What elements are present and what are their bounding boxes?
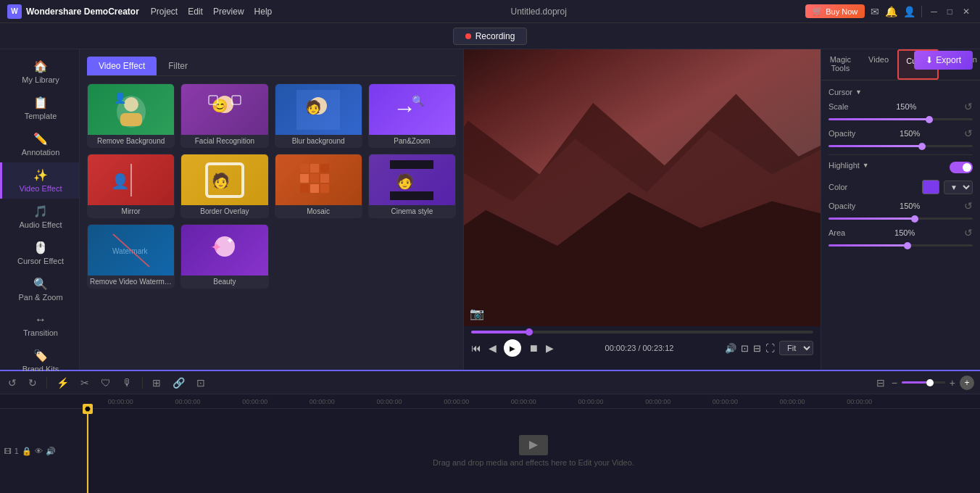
highlight-opacity-slider[interactable] (829, 218, 973, 220)
mail-icon[interactable]: ✉ (871, 6, 879, 17)
sidebar-item-transition[interactable]: ↔️ Transition (0, 307, 79, 343)
effect-beauty[interactable]: ✦✦ Beauty (180, 224, 268, 289)
svg-text:Watermark: Watermark (112, 247, 149, 255)
volume-icon[interactable]: 🔊 (725, 343, 736, 354)
close-button[interactable]: ✕ (960, 5, 973, 18)
svg-text:👤: 👤 (112, 173, 130, 190)
export-button[interactable]: ⬇ Export (914, 51, 973, 70)
redo-button[interactable]: ↻ (26, 375, 39, 391)
cursor-dropdown-arrow[interactable]: ▼ (855, 88, 862, 96)
menu-project[interactable]: Project (151, 7, 178, 17)
preview-area: 📷 ⏮ ◀ ▶ ⏹ ▶ 00:00:23 / 00:23:12 (464, 49, 821, 370)
subtitle-icon[interactable]: ⊡ (741, 343, 749, 354)
topbar-right: 🛒 Buy Now ✉ 🔔 👤 ─ □ ✕ (805, 4, 973, 18)
maximize-button[interactable]: □ (944, 5, 955, 18)
minimize-button[interactable]: ─ (928, 5, 940, 18)
track-area[interactable]: ⬣ Drag and drop media and effects here t… (87, 409, 980, 493)
play-button[interactable]: ▶ (504, 339, 521, 357)
highlight-section-label: Highlight ▼ (829, 161, 869, 170)
progress-bar[interactable] (471, 331, 813, 334)
effect-blur-bg[interactable]: 🧑 Blur background (275, 83, 362, 148)
zoom-thumb[interactable] (926, 379, 934, 386)
tab-video-effect[interactable]: Video Effect (87, 57, 157, 75)
tab-video[interactable]: Video (860, 49, 898, 80)
zoom-minus-button[interactable]: − (892, 377, 897, 389)
add-track-button[interactable]: + (960, 376, 974, 390)
playhead-handle[interactable]: ⬣ (83, 404, 93, 414)
opacity-reset-button[interactable]: ↺ (964, 128, 973, 139)
highlight-dropdown-arrow[interactable]: ▼ (863, 162, 869, 169)
fullscreen-icon[interactable]: ⛶ (765, 343, 775, 354)
area-slider-thumb[interactable] (904, 242, 911, 249)
effect-pan-zoom[interactable]: →🔍 Pan&Zoom (368, 83, 456, 148)
menu-edit[interactable]: Edit (188, 7, 203, 17)
highlight-opacity-reset[interactable]: ↺ (964, 200, 973, 212)
menu-help[interactable]: Help (254, 7, 273, 17)
effect-remove-watermark[interactable]: Watermark Remove Video Watermark (87, 224, 175, 289)
effect-facial-rec[interactable]: 😊 Facial Recognition (180, 83, 268, 148)
area-reset-button[interactable]: ↺ (964, 227, 973, 239)
audio-track-icon[interactable]: 🔊 (46, 447, 56, 456)
menu-preview[interactable]: Preview (213, 7, 244, 17)
timeline: ↺ ↻ ⚡ ✂ 🛡 🎙 ⊞ 🔗 ⊡ ⊟ − + + 00:00:00 00:00… (0, 370, 980, 493)
highlight-toggle[interactable] (950, 162, 973, 173)
highlight-opacity-fill (829, 218, 915, 220)
zoom-controls: ⊟ − + + (874, 375, 974, 391)
effect-mosaic[interactable]: Mosaic (275, 154, 362, 218)
sidebar-item-my-library[interactable]: 🏠 My Library (0, 54, 79, 90)
rewind-button[interactable]: ⏮ (471, 342, 481, 354)
zoom-plus-button[interactable]: + (950, 377, 955, 389)
sidebar-item-cursor-effect[interactable]: 🖱️ Cursor Effect (0, 235, 79, 271)
shield-button[interactable]: 🛡 (99, 375, 113, 391)
color-dropdown[interactable]: ▼ (944, 181, 973, 194)
effect-remove-bg[interactable]: 👤 Remove Background (87, 83, 175, 148)
sidebar-item-pan-zoom[interactable]: 🔍 Pan & Zoom (0, 271, 79, 307)
highlight-opacity-thumb[interactable] (911, 215, 918, 223)
progress-thumb[interactable] (526, 328, 533, 336)
link-button[interactable]: 🔗 (170, 375, 187, 391)
effect-thumb-remove-bg: 👤 (88, 84, 174, 135)
visibility-icon[interactable]: 👁 (35, 447, 43, 456)
recording-button[interactable]: Recording (453, 28, 528, 45)
step-back-button[interactable]: ◀ (489, 342, 497, 354)
playhead[interactable]: ⬣ (87, 409, 88, 493)
effect-label-mosaic: Mosaic (275, 205, 362, 218)
effect-label-border: Border Overlay (181, 205, 267, 218)
effect-mirror[interactable]: 👤👤 Mirror (87, 154, 175, 218)
layers-button[interactable]: ⊞ (150, 375, 163, 391)
scale-slider-track (829, 118, 973, 120)
group-button[interactable]: ⊡ (194, 375, 207, 391)
opacity-slider-fill (829, 145, 922, 147)
sidebar-item-annotation[interactable]: ✏️ Annotation (0, 126, 79, 162)
undo-button[interactable]: ↺ (6, 375, 19, 391)
scale-reset-button[interactable]: ↺ (964, 101, 973, 112)
sidebar-item-template[interactable]: 📋 Template (0, 90, 79, 126)
scale-slider-thumb[interactable] (926, 116, 933, 123)
bell-icon[interactable]: 🔔 (885, 6, 897, 17)
effect-border-overlay[interactable]: 🧑 Border Overlay (180, 154, 268, 218)
trim-button[interactable]: ✂ (78, 375, 91, 391)
sidebar-item-audio-effect[interactable]: 🎵 Audio Effect (0, 199, 79, 235)
fit-select[interactable]: Fit (779, 341, 813, 355)
split-button[interactable]: ⚡ (54, 375, 71, 391)
area-slider[interactable] (829, 244, 973, 246)
step-forward-button[interactable]: ▶ (546, 342, 554, 354)
crop-icon[interactable]: ⊟ (753, 343, 761, 354)
lock-icon[interactable]: 🔒 (22, 447, 32, 456)
tab-magic-tools[interactable]: Magic Tools (821, 49, 860, 80)
effect-cinema[interactable]: 🧑 Cinema style (368, 154, 456, 218)
screenshot-icon[interactable]: 📷 (470, 307, 484, 320)
buy-now-button[interactable]: 🛒 Buy Now (805, 4, 865, 18)
sidebar-item-video-effect[interactable]: ✨ Video Effect (0, 162, 79, 199)
mic-button[interactable]: 🎙 (120, 375, 135, 391)
user-icon[interactable]: 👤 (903, 6, 915, 17)
stop-button[interactable]: ⏹ (528, 342, 539, 354)
logo-icon: W (7, 4, 22, 19)
opacity-slider-thumb[interactable] (918, 143, 926, 150)
tab-filter[interactable]: Filter (157, 57, 199, 75)
effect-thumb-panzoom: →🔍 (369, 84, 455, 135)
color-swatch[interactable] (922, 180, 939, 194)
opacity-slider[interactable] (829, 145, 973, 147)
scale-slider[interactable] (829, 118, 973, 120)
fit-timeline-button[interactable]: ⊟ (874, 375, 887, 391)
